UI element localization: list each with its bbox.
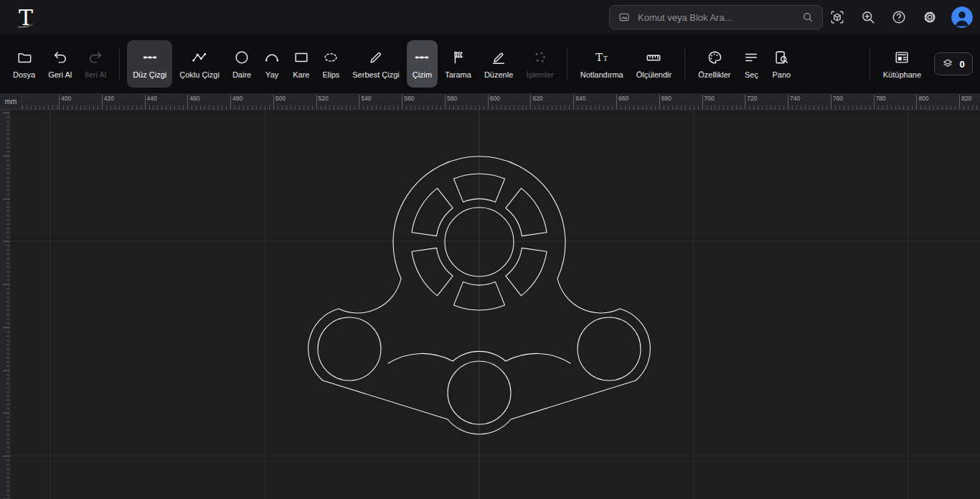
tool-islemler[interactable]: İşlemler bbox=[520, 40, 560, 88]
h-ruler-tick-label: 780 bbox=[874, 95, 886, 109]
account-avatar[interactable] bbox=[951, 6, 973, 28]
tool-label: Daire bbox=[232, 70, 251, 79]
vertical-ruler-minor-ticks bbox=[6, 109, 9, 499]
tool-label: Düzenle bbox=[484, 70, 513, 79]
view-cube-button[interactable] bbox=[828, 8, 847, 27]
vertical-ruler bbox=[0, 109, 10, 499]
arc-icon bbox=[264, 50, 280, 65]
operations-dots-icon bbox=[532, 50, 548, 65]
canvas-svg[interactable] bbox=[9, 109, 980, 499]
draw-dots-icon bbox=[414, 50, 430, 65]
h-ruler-tick-label: 460 bbox=[187, 95, 199, 109]
tool-olculendir[interactable]: Ölçülendir bbox=[631, 40, 678, 88]
image-command-icon bbox=[618, 11, 630, 23]
ruler-unit-box: mm bbox=[0, 93, 22, 110]
tool-label: Özellikler bbox=[698, 70, 730, 79]
help-button[interactable] bbox=[890, 8, 908, 27]
tool-duzenle[interactable]: Düzenle bbox=[479, 40, 519, 88]
h-ruler-tick-label: 760 bbox=[831, 95, 843, 109]
h-ruler-tick-label: 700 bbox=[702, 95, 715, 109]
account-person-icon bbox=[951, 6, 973, 28]
tool-kutuphane[interactable]: Kütüphane bbox=[877, 40, 927, 88]
tool-label: Kütüphane bbox=[883, 70, 921, 79]
h-ruler-tick-label: 580 bbox=[445, 95, 457, 109]
h-ruler-tick-label: 600 bbox=[488, 95, 500, 109]
tool-label: Kare bbox=[293, 70, 309, 79]
toolbar-separator bbox=[870, 47, 870, 80]
tool-notlandirma[interactable]: T T Notlandırma bbox=[575, 40, 629, 88]
spoke-slot[interactable] bbox=[412, 248, 453, 296]
svg-text:T: T bbox=[603, 55, 608, 62]
tool-serbest-cizgi[interactable]: Serbest Çizgi bbox=[347, 40, 405, 88]
tool-daire[interactable]: Daire bbox=[227, 40, 257, 88]
command-search-box[interactable] bbox=[609, 5, 823, 29]
grid-lines bbox=[9, 109, 980, 499]
tool-label: Pano bbox=[772, 70, 791, 79]
tool-label: Yay bbox=[265, 70, 278, 79]
h-ruler-tick-label: 820 bbox=[959, 95, 971, 109]
tool-label: Elips bbox=[322, 70, 339, 79]
search-icon bbox=[802, 11, 814, 23]
folder-icon bbox=[17, 50, 32, 65]
ruler-unit: mm bbox=[5, 98, 17, 106]
rectangle-icon bbox=[293, 50, 309, 65]
layers-icon bbox=[942, 58, 953, 70]
tool-label: Dosya bbox=[13, 70, 35, 79]
toolbar: Dosya Geri Al İleri Al Düz Çizgi Ço bbox=[0, 34, 980, 93]
line-dots-icon bbox=[142, 50, 158, 65]
top-bar: T bbox=[0, 0, 980, 34]
tool-label: Düz Çizgi bbox=[133, 70, 166, 79]
h-ruler-tick-label: 640 bbox=[573, 95, 585, 109]
tool-duz-cizgi[interactable]: Düz Çizgi bbox=[127, 40, 172, 88]
gear-icon bbox=[922, 9, 938, 25]
tool-ileri-al[interactable]: İleri Al bbox=[79, 40, 112, 88]
tool-tarama[interactable]: Tarama bbox=[439, 40, 477, 88]
h-ruler-tick-label: 500 bbox=[273, 95, 286, 109]
tool-label: Serbest Çizgi bbox=[352, 70, 399, 79]
app-logo[interactable]: T bbox=[11, 3, 40, 32]
tool-ozellikler[interactable]: Özellikler bbox=[692, 40, 736, 88]
spoke-slot[interactable] bbox=[506, 248, 547, 296]
select-list-icon bbox=[743, 50, 759, 65]
topbar-actions bbox=[828, 0, 973, 34]
spoke-slot[interactable] bbox=[506, 188, 547, 236]
tool-sec[interactable]: Seç bbox=[738, 40, 765, 88]
tool-cizim[interactable]: Çizim bbox=[407, 40, 438, 88]
h-ruler-tick-label: 480 bbox=[230, 95, 242, 109]
spoke-slot[interactable] bbox=[412, 188, 453, 236]
tool-yay[interactable]: Yay bbox=[258, 40, 286, 88]
library-icon bbox=[894, 50, 910, 65]
h-ruler-tick-label: 740 bbox=[788, 95, 800, 109]
layers-count: 0 bbox=[959, 59, 964, 70]
zoom-in-icon bbox=[860, 9, 876, 25]
undo-icon bbox=[52, 50, 68, 65]
tool-geri-al[interactable]: Geri Al bbox=[42, 40, 77, 88]
tool-elips[interactable]: Elips bbox=[316, 40, 345, 88]
hatch-flag-icon bbox=[451, 50, 466, 65]
drawing-canvas[interactable] bbox=[9, 109, 980, 499]
tool-label: Çoklu Çizgi bbox=[179, 70, 220, 79]
tool-label: İleri Al bbox=[85, 70, 106, 79]
tool-kare[interactable]: Kare bbox=[287, 40, 315, 88]
tool-pano[interactable]: Pano bbox=[766, 40, 796, 88]
tool-coklu-cizgi[interactable]: Çoklu Çizgi bbox=[174, 40, 225, 88]
h-ruler-tick-label: 800 bbox=[916, 95, 928, 109]
h-ruler-tick-label: 720 bbox=[745, 95, 757, 109]
layers-chip[interactable]: 0 bbox=[934, 52, 973, 75]
ruler-icon bbox=[646, 50, 661, 65]
tool-label: Geri Al bbox=[48, 70, 72, 79]
svg-text:T: T bbox=[595, 51, 603, 63]
circle-icon bbox=[234, 50, 250, 65]
text-annotation-icon: T T bbox=[594, 50, 610, 65]
settings-button[interactable] bbox=[920, 8, 939, 27]
h-ruler-tick-label: 420 bbox=[102, 95, 114, 109]
redo-icon bbox=[88, 50, 103, 65]
zoom-button[interactable] bbox=[859, 8, 877, 27]
search-input[interactable] bbox=[636, 11, 796, 24]
left-hole-circle[interactable] bbox=[318, 317, 381, 381]
tool-dosya[interactable]: Dosya bbox=[7, 40, 41, 88]
right-hole-circle[interactable] bbox=[578, 317, 641, 381]
h-ruler-tick-label: 520 bbox=[316, 95, 329, 109]
h-ruler-tick-label: 540 bbox=[359, 95, 371, 109]
h-ruler-tick-label: 560 bbox=[402, 95, 414, 109]
